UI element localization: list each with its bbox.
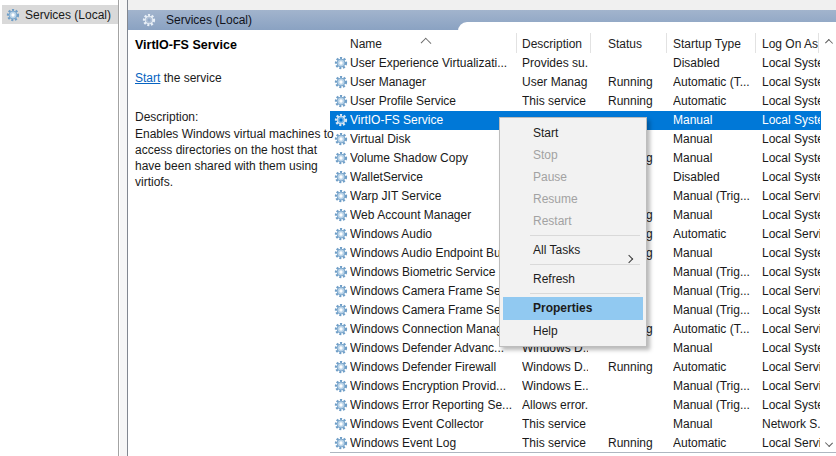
start-service-link[interactable]: Start — [135, 71, 160, 85]
column-divider[interactable] — [666, 33, 667, 53]
column-header-name[interactable]: Name — [350, 37, 382, 51]
table-row[interactable]: User Experience Virtualizati...Provides … — [330, 54, 821, 73]
column-divider[interactable] — [516, 33, 517, 53]
menu-item-start[interactable]: Start — [500, 122, 646, 144]
service-log-on-as-cell: Local Syste — [762, 73, 820, 92]
service-startup-type-cell: Automatic (T... — [673, 73, 753, 92]
menu-item-all-tasks[interactable]: All Tasks — [500, 239, 646, 261]
service-log-on-as-cell: Local Syste — [762, 263, 820, 282]
service-name-cell: User Manager — [350, 73, 516, 92]
service-gear-icon — [334, 246, 348, 260]
service-log-on-as-cell: Local Servi — [762, 377, 820, 396]
service-status-cell — [608, 54, 665, 73]
service-action-line: Start the service — [135, 71, 222, 85]
service-startup-type-cell: Automatic — [673, 92, 753, 111]
service-status-cell: Running — [608, 92, 665, 111]
service-name-cell: Windows Audio Endpoint Builder — [350, 244, 516, 263]
services-gear-icon — [6, 8, 20, 22]
service-log-on-as-cell: Local Servi — [762, 225, 820, 244]
context-menu: StartStopPauseResumeRestartAll TasksRefr… — [499, 117, 647, 347]
service-name-cell: Windows Defender Advanc... — [350, 339, 516, 358]
menu-item-properties[interactable]: Properties — [503, 297, 643, 320]
service-log-on-as-cell: Local Syste — [762, 149, 820, 168]
pane-splitter[interactable] — [120, 0, 127, 456]
service-gear-icon — [334, 322, 348, 336]
service-name-cell: Virtual Disk — [350, 130, 516, 149]
tree-item-services-local[interactable]: Services (Local) — [2, 5, 118, 24]
service-startup-type-cell: Manual (Trig... — [673, 263, 753, 282]
service-name-cell: Windows Defender Firewall — [350, 358, 516, 377]
console-tree-panel: Services (Local) — [0, 0, 119, 456]
table-row[interactable]: User Profile ServiceThis service ...Runn… — [330, 92, 821, 111]
service-name-cell: Warp JIT Service — [350, 187, 516, 206]
service-gear-icon — [334, 265, 348, 279]
service-gear-icon — [334, 151, 348, 165]
column-divider[interactable] — [818, 33, 819, 53]
service-description: Enables Windows virtual machines to acce… — [135, 126, 335, 190]
service-name-cell: Windows Error Reporting Se... — [350, 396, 516, 415]
service-gear-icon — [334, 417, 348, 431]
service-log-on-as-cell: Local Servi — [762, 358, 820, 377]
panel-border — [127, 0, 128, 456]
service-startup-type-cell: Manual (Trig... — [673, 282, 753, 301]
column-divider[interactable] — [755, 33, 756, 53]
column-header-description[interactable]: Description — [522, 37, 582, 51]
service-name-cell: Windows Encryption Provid... — [350, 377, 516, 396]
selected-service-title: VirtIO-FS Service — [135, 38, 237, 52]
service-gear-icon — [334, 113, 348, 127]
service-status-cell: Running — [608, 358, 665, 377]
table-row[interactable]: Windows Event CollectorThis service ...M… — [330, 415, 821, 434]
service-status-cell: Running — [608, 434, 665, 453]
service-name-cell: Volume Shadow Copy — [350, 149, 516, 168]
service-log-on-as-cell: Local Syste — [762, 301, 820, 320]
service-status-cell: Running — [608, 73, 665, 92]
service-gear-icon — [334, 360, 348, 374]
service-name-cell: User Experience Virtualizati... — [350, 54, 516, 73]
service-gear-icon — [334, 227, 348, 241]
column-divider[interactable] — [590, 33, 591, 53]
column-header-status[interactable]: Status — [608, 37, 642, 51]
table-row[interactable]: Windows Encryption Provid...Windows E...… — [330, 377, 821, 396]
service-description-cell: This service ... — [522, 92, 588, 111]
menu-item-help[interactable]: Help — [500, 320, 646, 342]
column-header-log-on-as[interactable]: Log On As — [762, 37, 818, 51]
service-gear-icon — [334, 94, 348, 108]
service-log-on-as-cell: Network S. — [762, 415, 820, 434]
scroll-up-icon[interactable] — [821, 35, 836, 50]
service-status-cell — [608, 377, 665, 396]
menu-separator — [530, 293, 640, 294]
table-row[interactable]: Windows Error Reporting Se...Allows erro… — [330, 396, 821, 415]
table-row[interactable]: Windows Event LogThis service ...Running… — [330, 434, 821, 453]
service-log-on-as-cell: Local Syste — [762, 54, 820, 73]
table-header: Name Description Status Startup Type Log… — [330, 33, 836, 54]
service-startup-type-cell: Manual — [673, 415, 753, 434]
vertical-scrollbar[interactable] — [821, 33, 836, 452]
menu-separator — [530, 235, 640, 236]
service-gear-icon — [334, 284, 348, 298]
menu-item-stop: Stop — [500, 144, 646, 166]
service-startup-type-cell: Disabled — [673, 168, 753, 187]
services-gear-icon — [142, 13, 156, 27]
action-suffix: the service — [160, 71, 221, 85]
column-header-startup-type[interactable]: Startup Type — [673, 37, 741, 51]
menu-item-refresh[interactable]: Refresh — [500, 268, 646, 290]
service-startup-type-cell: Manual (Trig... — [673, 396, 753, 415]
service-startup-type-cell: Automatic (T... — [673, 320, 753, 339]
service-description-cell: This service ... — [522, 434, 588, 453]
service-startup-type-cell: Automatic — [673, 434, 753, 453]
service-startup-type-cell: Manual — [673, 339, 753, 358]
service-startup-type-cell: Manual — [673, 111, 753, 130]
service-gear-icon — [334, 56, 348, 70]
service-log-on-as-cell: Local Syste — [762, 339, 820, 358]
table-row[interactable]: User ManagerUser Manag...RunningAutomati… — [330, 73, 821, 92]
description-heading: Description: — [135, 110, 198, 124]
scroll-down-icon[interactable] — [821, 435, 836, 450]
service-description-cell: User Manag... — [522, 73, 588, 92]
service-description-cell: Windows E... — [522, 377, 588, 396]
table-row[interactable]: Windows Defender FirewallWindows D...Run… — [330, 358, 821, 377]
service-gear-icon — [334, 132, 348, 146]
service-startup-type-cell: Manual (Trig... — [673, 301, 753, 320]
service-description-cell: This service ... — [522, 415, 588, 434]
service-startup-type-cell: Manual (Trig... — [673, 187, 753, 206]
tree-item-label: Services (Local) — [25, 8, 111, 22]
